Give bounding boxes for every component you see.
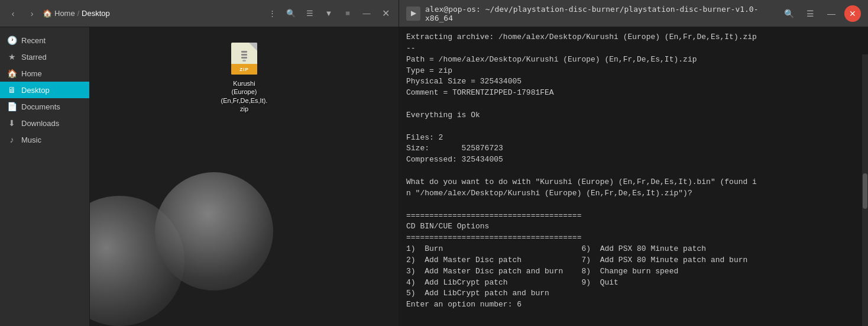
sidebar-item-recent[interactable]: 🕐 Recent bbox=[0, 32, 89, 49]
terminal-minimize-button[interactable]: — bbox=[823, 5, 840, 22]
terminal-menu-button[interactable]: ☰ bbox=[802, 5, 818, 22]
terminal-wrapper: Extracting archive: /home/alex/Desktop/K… bbox=[399, 27, 868, 326]
back-button[interactable]: ‹ bbox=[5, 5, 21, 22]
zip-icon: ZIP bbox=[229, 41, 260, 76]
sidebar-item-documents[interactable]: 📄 Documents bbox=[0, 98, 89, 115]
breadcrumb: 🏠 Home / Desktop bbox=[43, 9, 261, 18]
search-button[interactable]: 🔍 bbox=[283, 5, 299, 22]
zip-zipper bbox=[241, 51, 248, 64]
file-manager: ‹ › 🏠 Home / Desktop ⋮ 🔍 ☰ ▼ ≡ — ✕ 🕐 Rec… bbox=[0, 0, 399, 326]
sidebar-item-starred[interactable]: ★ Starred bbox=[0, 49, 89, 65]
terminal-tab-icon: ▶ bbox=[406, 7, 420, 21]
sidebar-label-desktop: Desktop bbox=[21, 86, 50, 95]
home-icon: 🏠 bbox=[7, 69, 17, 78]
forward-button[interactable]: › bbox=[24, 5, 40, 22]
view-options-button[interactable]: ▼ bbox=[320, 5, 337, 22]
terminal-search-button[interactable]: 🔍 bbox=[780, 5, 797, 22]
fm-toolbar: ⋮ 🔍 ☰ ▼ ≡ — ✕ bbox=[264, 5, 394, 22]
zip-fold bbox=[249, 43, 257, 51]
breadcrumb-separator: / bbox=[77, 9, 79, 18]
fm-sidebar: 🕐 Recent ★ Starred 🏠 Home 🖥 Desktop 📄 Do… bbox=[0, 27, 90, 326]
terminal-window: ▶ alex@pop-os: ~/dev/playstation-disc-bu… bbox=[399, 0, 868, 326]
minimize-button[interactable]: — bbox=[358, 5, 375, 22]
fm-body: 🕐 Recent ★ Starred 🏠 Home 🖥 Desktop 📄 Do… bbox=[0, 27, 399, 326]
recent-icon: 🕐 bbox=[7, 35, 17, 45]
terminal-output[interactable]: Extracting archive: /home/alex/Desktop/K… bbox=[399, 27, 868, 326]
moon-small bbox=[155, 172, 273, 291]
menu-button[interactable]: ⋮ bbox=[264, 5, 280, 22]
sidebar-label-documents: Documents bbox=[21, 102, 60, 111]
breadcrumb-current: Desktop bbox=[82, 9, 110, 18]
breadcrumb-home-icon: 🏠 bbox=[43, 9, 52, 18]
fm-content: ZIP Kurushi(Europe)(En,Fr,De,Es,It).zip bbox=[90, 27, 399, 326]
sidebar-item-downloads[interactable]: ⬇ Downloads bbox=[0, 115, 89, 131]
terminal-titlebar: ▶ alex@pop-os: ~/dev/playstation-disc-bu… bbox=[399, 0, 868, 27]
breadcrumb-home[interactable]: Home bbox=[54, 9, 75, 18]
music-icon: ♪ bbox=[7, 135, 17, 144]
sidebar-item-music[interactable]: ♪ Music bbox=[0, 131, 89, 148]
view-grid-button[interactable]: ≡ bbox=[339, 5, 356, 22]
desktop-icon: 🖥 bbox=[7, 85, 17, 95]
terminal-title: alex@pop-os: ~/dev/playstation-disc-burn… bbox=[425, 5, 776, 22]
fm-titlebar: ‹ › 🏠 Home / Desktop ⋮ 🔍 ☰ ▼ ≡ — ✕ bbox=[0, 0, 399, 27]
starred-icon: ★ bbox=[7, 52, 17, 62]
documents-icon: 📄 bbox=[7, 102, 17, 111]
scrollbar-track[interactable] bbox=[862, 54, 868, 326]
sidebar-label-starred: Starred bbox=[21, 53, 47, 62]
sidebar-item-desktop[interactable]: 🖥 Desktop bbox=[0, 82, 89, 98]
scrollbar-thumb[interactable] bbox=[863, 173, 867, 209]
terminal-close-button[interactable]: ✕ bbox=[844, 5, 861, 22]
sidebar-item-home[interactable]: 🏠 Home bbox=[0, 65, 89, 82]
sidebar-label-music: Music bbox=[21, 135, 41, 144]
zip-label: ZIP bbox=[239, 67, 248, 72]
sidebar-label-home: Home bbox=[21, 69, 42, 78]
downloads-icon: ⬇ bbox=[7, 118, 17, 128]
close-button[interactable]: ✕ bbox=[377, 5, 394, 22]
sidebar-label-recent: Recent bbox=[21, 36, 46, 45]
view-list-button[interactable]: ☰ bbox=[302, 5, 318, 22]
zip-stripe: ZIP bbox=[231, 64, 257, 75]
sidebar-label-downloads: Downloads bbox=[21, 119, 59, 128]
file-name: Kurushi(Europe)(En,Fr,De,Es,It).zip bbox=[221, 79, 268, 113]
file-item-zip[interactable]: ZIP Kurushi(Europe)(En,Fr,De,Es,It).zip bbox=[221, 39, 268, 115]
